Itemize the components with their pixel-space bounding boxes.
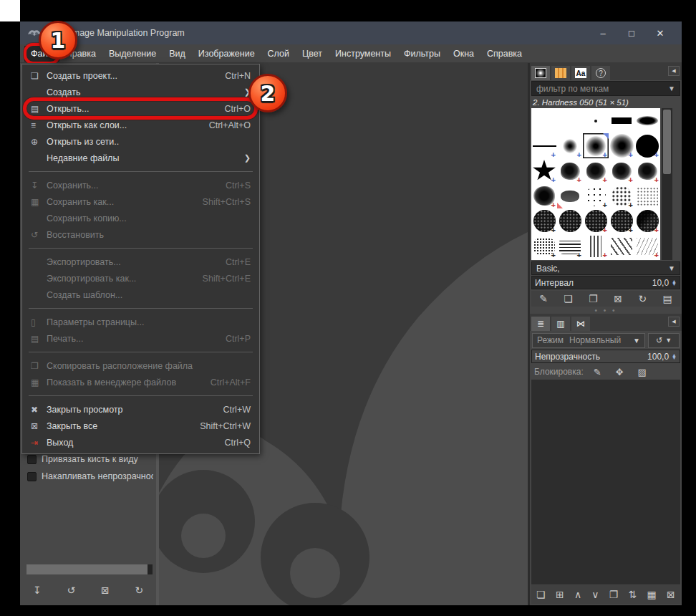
collapse-dock-icon[interactable]: ◀ bbox=[668, 66, 680, 76]
brush-splat[interactable]: + bbox=[609, 158, 634, 183]
lock-pixels-icon[interactable]: ✎ bbox=[591, 366, 604, 378]
duplicate-layer-icon[interactable]: ❐ bbox=[606, 588, 622, 601]
brush-line[interactable]: + bbox=[531, 133, 557, 158]
brush-empty[interactable] bbox=[557, 108, 583, 133]
reset-tool-options-icon[interactable]: ↻ bbox=[132, 584, 146, 597]
menu-select[interactable]: Выделение bbox=[102, 46, 163, 62]
lower-layer-icon[interactable]: ∨ bbox=[589, 588, 601, 601]
file-menu-item-create-template[interactable]: Создать шаблон... bbox=[22, 287, 259, 303]
scrollbar-thumb[interactable] bbox=[663, 110, 671, 174]
brush-star[interactable]: + bbox=[531, 158, 557, 183]
maximize-button[interactable]: □ bbox=[617, 28, 646, 39]
brush-soft-lg[interactable]: + bbox=[609, 133, 634, 158]
file-menu-item-recent-files[interactable]: Недавние файлы❯ bbox=[22, 150, 259, 166]
brush-soft-sm[interactable]: + bbox=[557, 133, 583, 158]
brush-dot-tiny[interactable] bbox=[583, 108, 609, 133]
menu-filters[interactable]: Фильтры bbox=[397, 46, 447, 62]
spinner-arrows-icon[interactable]: ▲▼ bbox=[672, 354, 677, 360]
collapse-dock-icon[interactable]: ◀ bbox=[668, 317, 680, 327]
brush-sponge[interactable]: + bbox=[609, 208, 634, 234]
file-menu-item-revert[interactable]: ↺Восстановить bbox=[22, 226, 259, 243]
menu-color[interactable]: Цвет bbox=[296, 46, 329, 62]
brush-sponge-dark[interactable]: + bbox=[634, 208, 660, 234]
layers-list-empty[interactable] bbox=[531, 380, 680, 584]
menu-tools[interactable]: Инструменты bbox=[329, 46, 397, 62]
brushes-tab[interactable] bbox=[531, 66, 550, 80]
brush-soft-md[interactable]: + bbox=[583, 133, 609, 158]
menu-layer[interactable]: Слой bbox=[261, 46, 296, 62]
lock-position-icon[interactable]: ✥ bbox=[613, 366, 627, 378]
brush-strokes[interactable] bbox=[609, 234, 634, 259]
brush-spray-fine[interactable] bbox=[634, 183, 660, 208]
file-menu-item-open-as-layers[interactable]: ≡Открыть как слои...Ctrl+Alt+O bbox=[22, 117, 259, 133]
file-menu-item-save[interactable]: ↧Сохранить...Ctrl+S bbox=[22, 177, 259, 193]
raise-layer-icon[interactable]: ∧ bbox=[571, 588, 584, 601]
file-menu-item-copy-location[interactable]: ❐Скопировать расположение файла bbox=[22, 357, 259, 374]
brush-preset-dropdown[interactable]: Basic, ▼ bbox=[531, 261, 680, 275]
file-menu-item-open-location[interactable]: ⊕Открыть из сети.. bbox=[22, 133, 259, 150]
new-brush-icon[interactable]: ❏ bbox=[561, 292, 576, 305]
open-brush-as-image-icon[interactable]: ▤ bbox=[660, 292, 675, 305]
layers-tab[interactable]: ≣ bbox=[531, 317, 550, 331]
brush-scrollbar[interactable] bbox=[662, 108, 672, 260]
checkbox-icon[interactable] bbox=[27, 455, 37, 464]
file-menu-item-save-copy[interactable]: Сохранить копию... bbox=[22, 210, 259, 226]
tag-filter-input[interactable]: фильтр по меткам ▼ bbox=[531, 81, 680, 96]
refresh-brushes-icon[interactable]: ↻ bbox=[635, 292, 649, 305]
file-menu-item-page-setup[interactable]: ▯Параметры страницы... bbox=[22, 314, 259, 330]
file-menu-item-print[interactable]: ▤Печать...Ctrl+P bbox=[22, 330, 259, 347]
brush-circle[interactable]: + bbox=[634, 133, 660, 158]
mode-reset-button[interactable]: ↺ ▼ bbox=[648, 333, 680, 348]
brush-splat[interactable]: + bbox=[583, 158, 609, 183]
file-menu-item-save-as[interactable]: ▦Сохранить как...Shift+Ctrl+S bbox=[22, 193, 259, 210]
titlebar[interactable]: GNU Image Manipulation Program – □ ✕ bbox=[20, 21, 682, 44]
file-menu-item-close-all[interactable]: ⊠Закрыть всеShift+Ctrl+W bbox=[22, 418, 259, 434]
file-menu-item-show-in-file-manager[interactable]: ▦Показать в менеджере файловCtrl+Alt+F bbox=[22, 374, 259, 390]
brush-ellipse[interactable] bbox=[634, 108, 660, 133]
lock-alpha-icon[interactable]: ▨ bbox=[635, 366, 649, 378]
brush-deer[interactable]: + bbox=[634, 234, 660, 259]
menu-image[interactable]: Изображение bbox=[192, 46, 261, 62]
restore-tool-options-icon[interactable]: ↺ bbox=[64, 584, 78, 597]
brush-bar[interactable] bbox=[609, 108, 634, 133]
brush-splat[interactable]: + bbox=[557, 158, 583, 183]
menu-windows[interactable]: Окна bbox=[447, 46, 480, 62]
delete-layer-icon[interactable]: ⊠ bbox=[664, 588, 678, 601]
fonts-tab[interactable]: Aa bbox=[571, 66, 590, 80]
new-layer-icon[interactable]: ❏ bbox=[533, 588, 548, 601]
merge-layer-icon[interactable]: ⇅ bbox=[626, 588, 640, 601]
file-menu-item-quit[interactable]: ⇥ВыходCtrl+Q bbox=[22, 434, 259, 451]
duplicate-brush-icon[interactable]: ❐ bbox=[586, 292, 601, 305]
brush-spray[interactable]: + bbox=[609, 183, 634, 208]
brush-smudge[interactable] bbox=[557, 183, 583, 208]
menu-view[interactable]: Вид bbox=[163, 46, 192, 62]
checkbox-link-brush-to-view[interactable]: Привязать кисть к виду bbox=[27, 454, 153, 464]
brush-spacing-slider[interactable]: Интервал 10,0 ▲▼ bbox=[531, 276, 680, 289]
new-layer-group-icon[interactable]: ⊞ bbox=[553, 588, 567, 601]
menu-help[interactable]: Справка bbox=[480, 46, 528, 62]
spinner-arrows-icon[interactable]: ▲▼ bbox=[672, 280, 677, 286]
brush-splat[interactable]: + bbox=[634, 158, 660, 183]
help-tab[interactable]: ? bbox=[591, 66, 610, 80]
file-menu-item-export[interactable]: Экспортировать...Ctrl+E bbox=[22, 254, 259, 270]
edit-brush-icon[interactable]: ✎ bbox=[536, 292, 551, 305]
brush-spray-sparse[interactable]: + bbox=[583, 183, 609, 208]
checkbox-accumulate-opacity[interactable]: Накапливать непрозрачнос bbox=[27, 471, 153, 481]
file-menu-item-new-project[interactable]: ❏Создать проект...Ctrl+N bbox=[22, 67, 259, 84]
close-button[interactable]: ✕ bbox=[646, 28, 675, 39]
file-menu-item-close-view[interactable]: ✖Закрыть просмотрCtrl+W bbox=[22, 401, 259, 418]
brush-strokes-v[interactable]: + bbox=[583, 234, 609, 259]
delete-tool-options-icon[interactable]: ⊠ bbox=[98, 584, 112, 597]
brush-sponge[interactable]: + bbox=[531, 208, 557, 234]
chevron-down-icon[interactable]: ▼ bbox=[668, 85, 675, 92]
layer-mode-dropdown[interactable]: Режим Нормальный ▼ bbox=[532, 333, 645, 348]
file-menu-item-create[interactable]: Создать❯ bbox=[22, 84, 259, 100]
channels-tab[interactable]: ▥ bbox=[551, 317, 570, 331]
brush-chalk[interactable]: + bbox=[531, 183, 557, 208]
dock-grip[interactable]: • • • bbox=[530, 307, 682, 314]
brush-empty[interactable] bbox=[531, 108, 557, 133]
file-menu-item-export-as[interactable]: Экспортировать как...Shift+Ctrl+E bbox=[22, 270, 259, 287]
brush-sponge[interactable]: + bbox=[583, 208, 609, 234]
opacity-slider[interactable]: Непрозрачность 100,0 ▲▼ bbox=[531, 350, 680, 363]
brush-texture[interactable]: + bbox=[531, 234, 557, 259]
